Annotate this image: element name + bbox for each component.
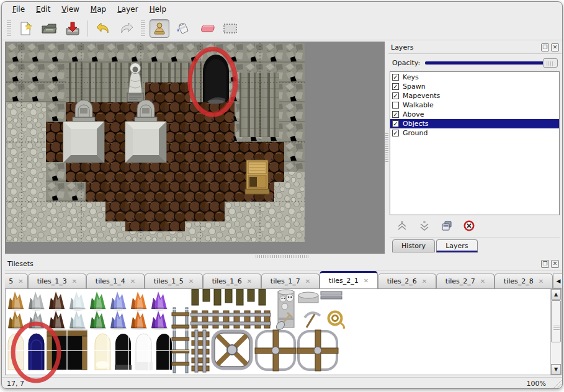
save-file-button[interactable] bbox=[63, 19, 83, 38]
tab-close-icon[interactable]: ✕ bbox=[539, 278, 544, 285]
tab-close-icon[interactable]: ✕ bbox=[130, 278, 135, 285]
tab-close-icon[interactable]: ✕ bbox=[422, 278, 427, 285]
toolbar-grip[interactable] bbox=[7, 20, 11, 37]
dock-tab-bar: HistoryLayers bbox=[390, 238, 560, 252]
layer-visibility-checkbox[interactable]: ✓ bbox=[392, 130, 399, 136]
tileset-tab-tiles_1_7[interactable]: tiles_1_7✕ bbox=[261, 274, 320, 288]
tileset-scrollbar[interactable]: ▲ ▼ bbox=[550, 289, 561, 375]
layer-row-ground[interactable]: ✓Ground bbox=[390, 128, 559, 138]
tileset-tab-tiles_2_8[interactable]: tiles_2_8✕ bbox=[495, 274, 553, 288]
layer-visibility-checkbox[interactable]: ✓ bbox=[392, 92, 399, 99]
layer-visibility-checkbox[interactable]: ✓ bbox=[392, 83, 399, 90]
move-down-icon bbox=[419, 220, 430, 231]
stamp-tool-icon bbox=[153, 22, 166, 35]
tilesets-float-icon[interactable]: ❐ bbox=[541, 260, 549, 268]
rail-crossing-tile-1 bbox=[255, 330, 296, 371]
menu-edit[interactable]: Edit bbox=[30, 3, 56, 16]
layer-visibility-checkbox[interactable]: ✓ bbox=[392, 111, 399, 118]
toolbar-grip-2[interactable] bbox=[141, 20, 145, 37]
redo-button[interactable] bbox=[117, 19, 137, 38]
open-file-button[interactable] bbox=[39, 19, 59, 38]
layer-row-spawn[interactable]: ✓Spawn bbox=[390, 82, 559, 91]
tab-close-icon[interactable]: ✕ bbox=[189, 278, 194, 285]
layer-visibility-checkbox[interactable] bbox=[392, 102, 399, 109]
layer-visibility-checkbox[interactable]: ✓ bbox=[392, 120, 399, 127]
menu-help[interactable]: Help bbox=[144, 3, 172, 16]
layer-duplicate-button[interactable] bbox=[439, 219, 454, 233]
layer-move-up-button[interactable] bbox=[395, 219, 410, 233]
tileset-tab-tiles_1_4[interactable]: tiles_1_4✕ bbox=[86, 274, 145, 288]
menu-file[interactable]: File bbox=[7, 3, 30, 16]
layers-close-icon[interactable]: ✕ bbox=[551, 43, 559, 51]
layers-panel: Layers ❐ ✕ Opacity: ✓Keys✓Spawn✓Mapevent… bbox=[388, 42, 562, 254]
layers-list[interactable]: ✓Keys✓Spawn✓MapeventsWalkable✓Above✓Obje… bbox=[390, 71, 560, 215]
tilesets-panel: Tilesets ❐ ✕ 5✕tiles_1_3✕tiles_1_4✕tiles… bbox=[5, 258, 562, 377]
undo-button[interactable] bbox=[93, 19, 113, 38]
map-view[interactable] bbox=[5, 42, 385, 254]
opacity-slider-track bbox=[425, 61, 557, 65]
tileset-tab-tiles_1_3[interactable]: tiles_1_3✕ bbox=[28, 274, 86, 288]
opacity-label: Opacity: bbox=[392, 59, 420, 67]
eraser-tool-button[interactable] bbox=[197, 19, 217, 38]
layer-row-keys[interactable]: ✓Keys bbox=[390, 73, 559, 82]
rope-coil-icon bbox=[329, 312, 344, 329]
layer-move-down-button[interactable] bbox=[417, 219, 432, 233]
opacity-slider[interactable] bbox=[425, 58, 558, 68]
cursor-coordinates: 17, 7 bbox=[2, 380, 527, 388]
tileset-tab-tiles_2_1[interactable]: tiles_2_1✕ bbox=[320, 271, 378, 288]
tileset-tab-tiles_2_7[interactable]: tiles_2_7✕ bbox=[436, 274, 495, 288]
tab-label: tiles_2_6 bbox=[387, 277, 417, 285]
scroll-up-button[interactable]: ▲ bbox=[551, 289, 561, 300]
tileset-tab-tiles_1_6[interactable]: tiles_1_6✕ bbox=[203, 274, 261, 288]
tileset-tab-5[interactable]: 5✕ bbox=[5, 274, 28, 288]
dock-tab-history[interactable]: History bbox=[392, 239, 435, 252]
map-canvas[interactable] bbox=[6, 43, 305, 242]
tileset-tab-tiles_1_5[interactable]: tiles_1_5✕ bbox=[145, 274, 203, 288]
layer-name: Mapevents bbox=[403, 92, 440, 100]
toolbar bbox=[2, 17, 562, 40]
layer-delete-button[interactable] bbox=[462, 219, 477, 233]
layer-visibility-checkbox[interactable]: ✓ bbox=[392, 74, 399, 81]
layer-name: Ground bbox=[403, 129, 427, 137]
tab-close-icon[interactable]: ✕ bbox=[247, 278, 252, 285]
tab-label: tiles_2_8 bbox=[504, 277, 534, 285]
layer-row-above[interactable]: ✓Above bbox=[390, 110, 559, 119]
dock-tab-layers[interactable]: Layers bbox=[436, 239, 477, 252]
menu-layer[interactable]: Layer bbox=[112, 3, 143, 16]
tab-close-icon[interactable]: ✕ bbox=[364, 277, 369, 284]
opacity-slider-handle[interactable] bbox=[543, 58, 558, 68]
tab-close-icon[interactable]: ✕ bbox=[305, 278, 310, 285]
layer-row-mapevents[interactable]: ✓Mapevents bbox=[390, 91, 559, 100]
scrollbar-thumb[interactable] bbox=[551, 300, 561, 342]
delete-icon bbox=[463, 220, 475, 231]
tilesets-close-icon[interactable]: ✕ bbox=[551, 260, 559, 268]
tileset-canvas[interactable]: ▲ ▼ bbox=[5, 289, 562, 375]
tileset-image[interactable] bbox=[6, 289, 550, 374]
new-file-button[interactable] bbox=[16, 19, 35, 38]
select-tool-button[interactable] bbox=[220, 19, 240, 38]
move-up-icon bbox=[396, 220, 408, 231]
tab-scroll-buttons: ◀▶ bbox=[553, 274, 563, 288]
tileset-tab-tiles_2_6[interactable]: tiles_2_6✕ bbox=[378, 274, 436, 288]
scroll-down-button[interactable]: ▼ bbox=[551, 364, 561, 375]
stamp-tool-button[interactable] bbox=[150, 19, 169, 38]
menu-map[interactable]: Map bbox=[85, 3, 112, 16]
door-tiles bbox=[8, 330, 172, 370]
fill-tool-button[interactable] bbox=[173, 19, 193, 38]
menu-view[interactable]: View bbox=[56, 3, 84, 16]
tileset-tab-bar: 5✕tiles_1_3✕tiles_1_4✕tiles_1_5✕tiles_1_… bbox=[5, 270, 562, 289]
metal-bar-tile bbox=[321, 292, 342, 299]
tab-label: tiles_2_7 bbox=[445, 277, 475, 285]
tab-close-icon[interactable]: ✕ bbox=[480, 278, 485, 285]
tab-label: tiles_2_1 bbox=[329, 277, 359, 285]
layer-row-objects[interactable]: ✓Objects bbox=[390, 119, 559, 128]
tab-label: 5 bbox=[9, 277, 13, 285]
layer-row-walkable[interactable]: Walkable bbox=[390, 100, 559, 110]
tab-scroll-left-button[interactable]: ◀ bbox=[553, 274, 563, 288]
tab-close-icon[interactable]: ✕ bbox=[72, 278, 77, 285]
tab-close-icon[interactable]: ✕ bbox=[18, 278, 23, 285]
layers-float-icon[interactable]: ❐ bbox=[541, 43, 549, 51]
tab-label: tiles_1_3 bbox=[37, 277, 67, 285]
layers-panel-header: Layers ❐ ✕ bbox=[388, 42, 562, 54]
open-file-icon bbox=[41, 21, 57, 36]
